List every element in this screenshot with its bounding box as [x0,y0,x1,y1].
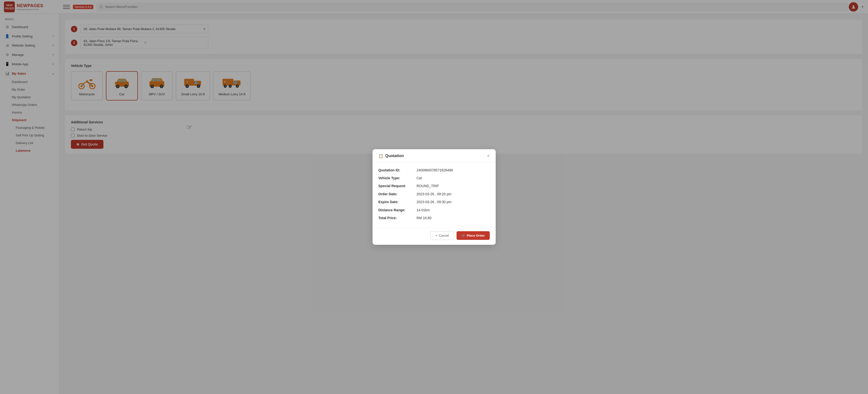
cancel-icon: × [435,234,437,237]
place-order-label: Place Order [467,234,485,237]
modal-row-0: Quotation ID: 2400860078571626496 [378,168,490,173]
modal-value-2: ROUND_TRIP [416,183,439,189]
modal-label-5: Distance Range: [378,207,416,213]
modal-label-1: Vehicle Type: [378,175,416,181]
cancel-button[interactable]: × Cancel [430,231,454,240]
modal-value-4: 2023-03-26 , 09:30 pm [416,199,452,205]
quotation-modal: 📋 Quotation × Quotation ID: 240086007857… [373,149,496,245]
modal-row-2: Special Request: ROUND_TRIP [378,183,490,189]
modal-value-0: 2400860078571626496 [416,168,453,173]
modal-value-1: Car [416,175,422,181]
modal-row-1: Vehicle Type: Car [378,175,490,181]
modal-value-3: 2023-03-26 , 09:20 pm [416,191,452,197]
modal-row-5: Distance Range: 14.01km [378,207,490,213]
modal-footer: × Cancel 🛒 Place Order [373,228,496,245]
modal-label-0: Quotation ID: [378,168,416,173]
modal-title: 📋 Quotation [378,154,404,158]
modal-label-2: Special Request: [378,183,416,189]
place-order-button[interactable]: 🛒 Place Order [457,231,490,240]
modal-body: Quotation ID: 2400860078571626496 Vehicl… [373,162,496,228]
modal-row-6: Total Price: RM 16.80 [378,215,490,221]
quotation-icon: 📋 [378,154,383,158]
modal-label-3: Order Date: [378,191,416,197]
modal-value-6: RM 16.80 [416,215,432,221]
modal-row-4: Expire Date: 2023-03-26 , 09:30 pm [378,199,490,205]
modal-row-3: Order Date: 2023-03-26 , 09:20 pm [378,191,490,197]
modal-overlay[interactable]: 📋 Quotation × Quotation ID: 240086007857… [0,0,868,394]
cancel-label: Cancel [439,234,448,237]
modal-header: 📋 Quotation × [373,149,496,162]
modal-label-4: Expire Date: [378,199,416,205]
modal-value-5: 14.01km [416,207,430,213]
modal-label-6: Total Price: [378,215,416,221]
place-order-icon: 🛒 [461,234,465,237]
modal-close-button[interactable]: × [487,154,490,158]
